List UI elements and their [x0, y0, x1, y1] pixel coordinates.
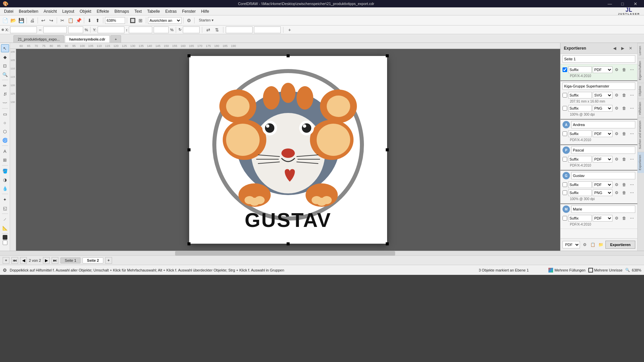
- gustav-suffix-pdf[interactable]: [568, 181, 592, 188]
- marie-settings-btn[interactable]: ⚙: [613, 215, 620, 222]
- rect-tool[interactable]: ▭: [1, 110, 9, 118]
- export-close-button[interactable]: ✕: [627, 45, 634, 52]
- print-button[interactable]: 🖨: [29, 17, 36, 24]
- more-btn-kiga-svg[interactable]: ⋯: [629, 92, 635, 99]
- maximize-button[interactable]: □: [616, 0, 629, 7]
- export-checkbox-1[interactable]: [562, 67, 567, 72]
- gustav-format-png[interactable]: PDFSVGPNG: [593, 189, 612, 196]
- height-input[interactable]: 75,666 mm: [129, 26, 152, 33]
- gustav-name-input[interactable]: [571, 172, 635, 179]
- menu-hilfe[interactable]: Hilfe: [198, 8, 212, 14]
- gustav-settings-btn-pdf[interactable]: ⚙: [613, 181, 620, 188]
- color-tool2[interactable]: [3, 240, 7, 245]
- handle-ml[interactable]: [187, 148, 191, 152]
- more-btn-kiga-png[interactable]: ⋯: [629, 105, 635, 112]
- mirror-v-button[interactable]: ⇅: [213, 26, 221, 34]
- scale-h-input[interactable]: 100,0: [154, 26, 169, 33]
- menu-fenster[interactable]: Fenster: [179, 8, 199, 14]
- pascal-format[interactable]: PDFSVGPNG: [593, 156, 612, 163]
- pascal-name-input[interactable]: [571, 146, 635, 154]
- more-btn-1[interactable]: ⋯: [629, 66, 635, 73]
- menu-datei[interactable]: Datei: [1, 8, 16, 14]
- format-select-kiga-png[interactable]: PDFSVGPNG: [593, 105, 612, 112]
- andrea-checkbox[interactable]: [562, 131, 567, 136]
- ausrichten-select[interactable]: Ausrichten an: [148, 17, 181, 24]
- paste-button[interactable]: 📌: [75, 17, 82, 24]
- effects-tool[interactable]: ✦: [1, 195, 9, 203]
- color-input1[interactable]: [226, 26, 253, 33]
- minimize-button[interactable]: —: [604, 0, 616, 7]
- select-tool[interactable]: ↖: [1, 44, 9, 52]
- snap-button[interactable]: 🔲: [129, 17, 136, 24]
- dropper-tool[interactable]: 💧: [1, 184, 9, 192]
- node-tool[interactable]: ◆: [1, 53, 9, 61]
- calligraphy-tool[interactable]: 〰: [1, 99, 9, 107]
- ellipse-tool[interactable]: ○: [1, 119, 9, 127]
- zoom-tool[interactable]: 🔍: [1, 70, 9, 78]
- handle-br[interactable]: [386, 242, 389, 245]
- handle-tr[interactable]: [386, 54, 389, 57]
- bezier-tool[interactable]: 𝓑: [1, 90, 9, 98]
- gustav-format-pdf[interactable]: PDFSVGPNG: [593, 181, 612, 188]
- pascal-settings-btn[interactable]: ⚙: [613, 156, 620, 163]
- gustav-more-btn-png[interactable]: ⋯: [629, 189, 635, 196]
- footer-settings-btn[interactable]: ⚙: [581, 241, 588, 248]
- andrea-delete-btn[interactable]: 🗑: [621, 130, 628, 137]
- delete-btn-kiga-svg[interactable]: 🗑: [621, 92, 628, 99]
- export-next-button[interactable]: ▶: [619, 45, 626, 52]
- polygon-tool[interactable]: ⬡: [1, 127, 9, 135]
- panel-label-eigenschaften[interactable]: Eigenschaften: [638, 58, 644, 83]
- panel-label-suchen[interactable]: Suchen und ersetzen: [638, 118, 644, 152]
- gustav-delete-btn-pdf[interactable]: 🗑: [621, 181, 628, 188]
- mirror-h-button[interactable]: ⇄: [205, 26, 212, 34]
- gustav-more-btn-pdf[interactable]: ⋯: [629, 181, 635, 188]
- open-button[interactable]: 📂: [9, 17, 17, 24]
- hscrollbar-track[interactable]: [10, 251, 560, 255]
- marie-suffix[interactable]: [568, 215, 592, 222]
- footer-format-select[interactable]: PDFSVGPNG: [562, 241, 580, 248]
- save-button[interactable]: 💾: [17, 17, 25, 24]
- suffix-input-kiga-png[interactable]: [568, 105, 592, 112]
- marie-delete-btn[interactable]: 🗑: [621, 215, 628, 222]
- kiga-name-input[interactable]: [562, 82, 635, 90]
- gustav-checkbox-pdf[interactable]: [562, 182, 567, 187]
- zoom-input[interactable]: 638%: [105, 17, 125, 24]
- page-next-button[interactable]: ▶: [43, 257, 50, 264]
- footer-folder-btn[interactable]: 📁: [597, 241, 604, 248]
- color-tool[interactable]: [3, 235, 7, 240]
- fill-tool[interactable]: 🪣: [1, 167, 9, 175]
- menu-extras[interactable]: Extras: [163, 8, 179, 14]
- menu-bearbeiten[interactable]: Bearbeiten: [16, 8, 41, 14]
- tab-new[interactable]: +: [110, 35, 121, 43]
- close-button[interactable]: ✕: [629, 0, 641, 7]
- andrea-name-input[interactable]: [571, 121, 635, 128]
- suffix-input-kiga-svg[interactable]: [568, 92, 592, 99]
- freehand-tool[interactable]: ✏: [1, 81, 9, 89]
- handle-tm[interactable]: [287, 54, 290, 57]
- gustav-checkbox-png[interactable]: [562, 190, 567, 195]
- page-first-button[interactable]: ⏮: [11, 257, 18, 264]
- andrea-settings-btn[interactable]: ⚙: [613, 130, 620, 137]
- starten-button[interactable]: Starten ▾: [196, 17, 216, 24]
- smart-fill[interactable]: ◑: [1, 176, 9, 184]
- menu-effekte[interactable]: Effekte: [94, 8, 112, 14]
- delete-btn-1[interactable]: 🗑: [621, 66, 628, 73]
- hscrollbar-thumb[interactable]: [175, 251, 395, 256]
- suffix-input-1[interactable]: [568, 66, 592, 73]
- menu-objekt[interactable]: Objekt: [77, 8, 94, 14]
- handle-tl[interactable]: [187, 54, 191, 57]
- settings-btn-1[interactable]: ⚙: [613, 66, 620, 73]
- settings-btn-kiga-svg[interactable]: ⚙: [613, 92, 620, 99]
- crop-tool[interactable]: ⊡: [1, 62, 9, 70]
- page-tab-2[interactable]: Seite 2: [83, 257, 103, 263]
- delete-btn-kiga-png[interactable]: 🗑: [621, 105, 628, 112]
- spiral-tool[interactable]: 🌀: [1, 136, 9, 144]
- color-input2[interactable]: [254, 26, 281, 33]
- text-tool[interactable]: A: [1, 147, 9, 155]
- tab-hamster[interactable]: hamstersymbole.cdr: [65, 35, 110, 43]
- y-input[interactable]: 113,5 mm: [98, 26, 124, 33]
- width-input[interactable]: 75,666 mm: [43, 26, 67, 33]
- cut-button[interactable]: ✂: [59, 17, 66, 24]
- ruler-tool[interactable]: 📐: [1, 224, 9, 232]
- export-checkbox-kiga-png[interactable]: [562, 106, 567, 111]
